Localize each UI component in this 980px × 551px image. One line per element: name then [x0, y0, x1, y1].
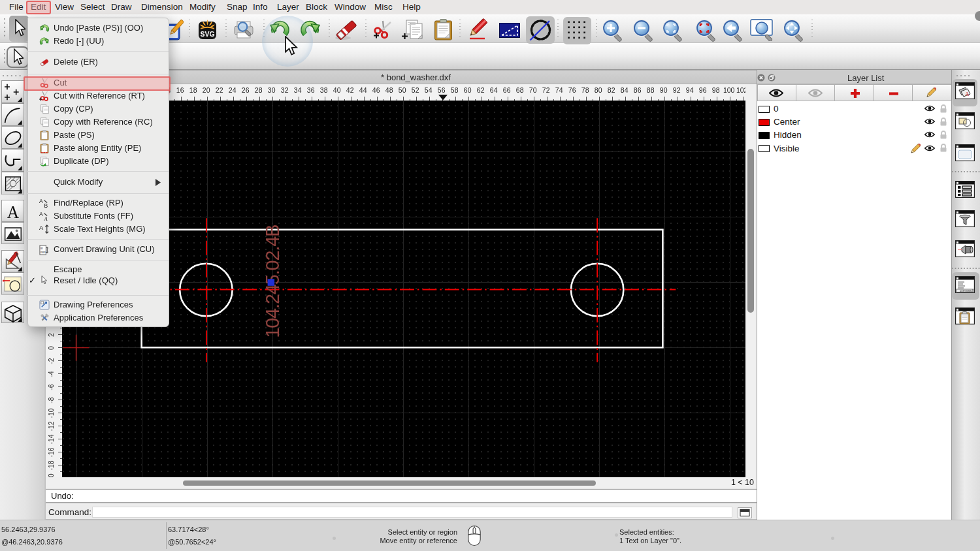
svg-text:A: A: [39, 198, 43, 204]
svg-text:A: A: [44, 215, 48, 221]
svg-text:SVG: SVG: [200, 30, 214, 38]
svg-text:A: A: [39, 224, 44, 231]
svg-text:B: B: [44, 202, 48, 208]
svg-text:A: A: [965, 91, 970, 97]
svg-text:in: in: [41, 246, 43, 249]
svg-text:mm: mm: [41, 251, 46, 254]
svg-text:command: command: [960, 289, 973, 292]
svg-text:A: A: [7, 202, 18, 222]
svg-text:A: A: [39, 211, 43, 217]
